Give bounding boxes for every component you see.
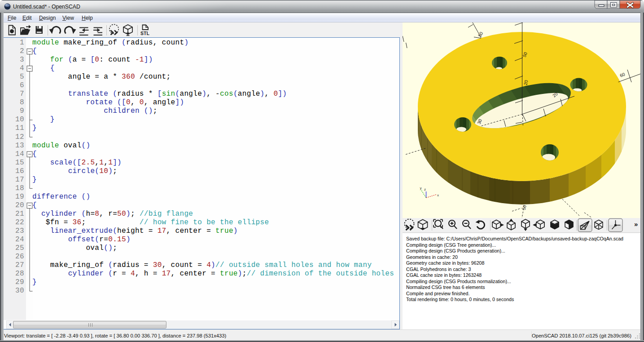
svg-text:z: z (424, 187, 426, 191)
svg-text:x: x (437, 193, 439, 197)
svg-text:y: y (420, 186, 422, 190)
svg-text:»: » (634, 220, 638, 228)
svg-text:STL: STL (140, 31, 149, 36)
